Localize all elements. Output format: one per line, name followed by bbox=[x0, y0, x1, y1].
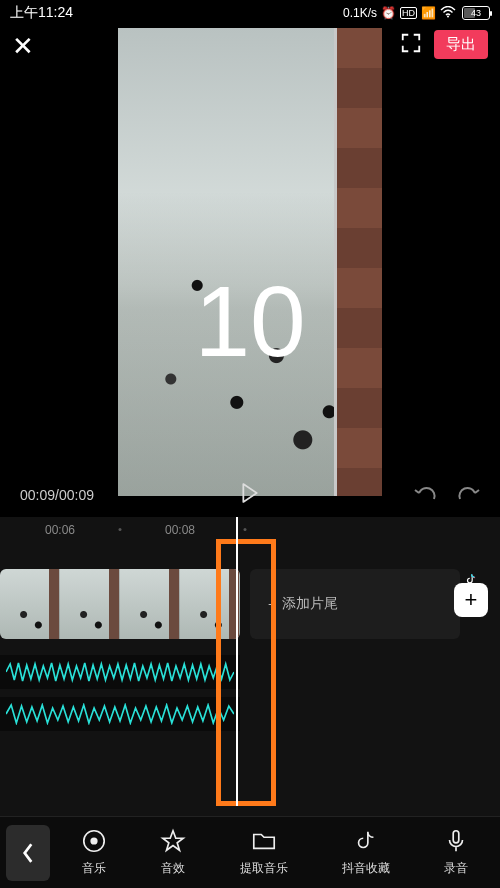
timeline[interactable]: 00:06 00:08 + 添加片尾 + bbox=[0, 516, 500, 826]
tool-extract[interactable]: 提取音乐 bbox=[240, 828, 288, 877]
time-ruler[interactable]: 00:06 00:08 bbox=[0, 517, 500, 545]
tool-music[interactable]: 音乐 bbox=[81, 828, 107, 877]
add-clip-button[interactable]: + bbox=[454, 583, 488, 617]
playback-bar: 00:09/00:09 bbox=[0, 483, 500, 506]
video-track[interactable]: + 添加片尾 bbox=[0, 569, 500, 639]
overlay-number: 10 bbox=[194, 271, 305, 371]
redo-button[interactable] bbox=[456, 483, 480, 506]
star-icon bbox=[160, 828, 186, 854]
battery-icon: 43 bbox=[462, 6, 490, 20]
preview-decor bbox=[334, 28, 382, 496]
status-right: 0.1K/s ⏰ HD 📶 43 bbox=[343, 6, 490, 21]
signal-icon: 📶 bbox=[421, 6, 436, 20]
hd-icon: HD bbox=[400, 7, 417, 19]
time-display: 00:09/00:09 bbox=[20, 487, 94, 503]
bottom-toolbar: 音乐 音效 提取音乐 抖音收藏 录音 bbox=[0, 816, 500, 888]
ruler-tick: 00:08 bbox=[165, 523, 195, 537]
svg-point-2 bbox=[91, 838, 97, 844]
audio-track-1[interactable] bbox=[0, 655, 240, 689]
tool-douyin[interactable]: 抖音收藏 bbox=[342, 828, 390, 877]
tool-label: 提取音乐 bbox=[240, 860, 288, 877]
preview-area: 10 00:09/00:09 bbox=[0, 66, 500, 516]
tool-record[interactable]: 录音 bbox=[443, 828, 469, 877]
audio-track-2[interactable] bbox=[0, 697, 240, 731]
fullscreen-icon[interactable] bbox=[400, 32, 422, 58]
status-time: 上午11:24 bbox=[10, 4, 73, 22]
video-preview[interactable] bbox=[118, 28, 382, 496]
tool-sfx[interactable]: 音效 bbox=[160, 828, 186, 877]
undo-button[interactable] bbox=[414, 483, 438, 506]
ruler-tick: 00:06 bbox=[45, 523, 75, 537]
plus-icon: + bbox=[268, 596, 276, 612]
wifi-icon bbox=[440, 6, 456, 21]
tool-label: 录音 bbox=[444, 860, 468, 877]
play-button[interactable] bbox=[241, 483, 259, 506]
music-icon bbox=[81, 828, 107, 854]
clip-thumbnails[interactable] bbox=[0, 569, 240, 639]
status-bar: 上午11:24 0.1K/s ⏰ HD 📶 43 bbox=[0, 0, 500, 26]
playhead[interactable] bbox=[236, 517, 238, 806]
tool-label: 音效 bbox=[161, 860, 185, 877]
export-button[interactable]: 导出 bbox=[434, 30, 488, 59]
battery-pct: 43 bbox=[471, 8, 481, 18]
ruler-dot bbox=[119, 528, 122, 531]
folder-icon bbox=[251, 828, 277, 854]
svg-rect-3 bbox=[453, 831, 459, 843]
back-button[interactable] bbox=[6, 825, 50, 881]
tool-label: 音乐 bbox=[82, 860, 106, 877]
waveform bbox=[6, 703, 234, 725]
add-ending-label: 添加片尾 bbox=[282, 595, 338, 613]
waveform bbox=[6, 661, 234, 683]
tiktok-icon bbox=[454, 573, 488, 583]
ruler-dot bbox=[244, 528, 247, 531]
alarm-icon: ⏰ bbox=[381, 6, 396, 20]
mic-icon bbox=[443, 828, 469, 854]
svg-point-0 bbox=[447, 15, 449, 17]
close-icon[interactable]: ✕ bbox=[12, 33, 34, 59]
tool-label: 抖音收藏 bbox=[342, 860, 390, 877]
net-speed: 0.1K/s bbox=[343, 6, 377, 20]
tiktok-icon bbox=[353, 828, 379, 854]
add-ending-button[interactable]: + 添加片尾 bbox=[250, 569, 460, 639]
